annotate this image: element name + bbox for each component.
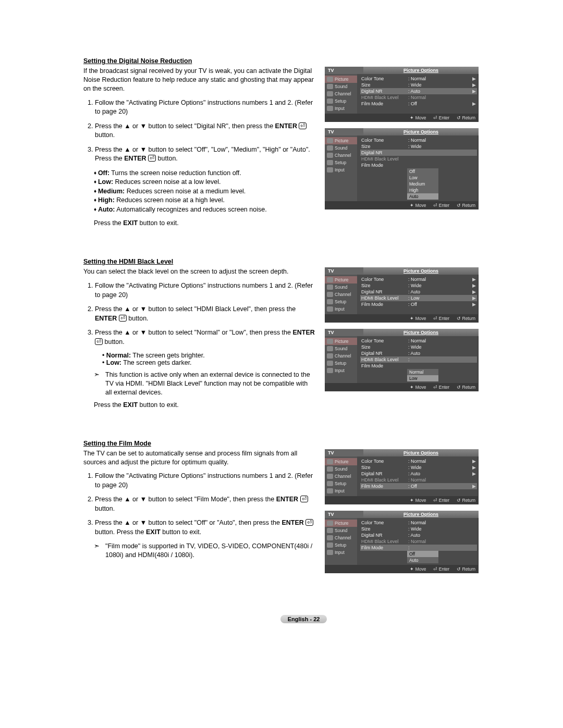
osd-dropdown: OffAuto: [407, 551, 438, 563]
osd-category-input: Input: [325, 367, 357, 374]
step-list: Follow the "Activating Picture Options" …: [83, 98, 315, 164]
section: Setting the Digital Noise Reduction If t…: [83, 57, 524, 227]
osd-screenshot: TV Picture Options PictureSoundChannelSe…: [325, 511, 479, 573]
osd-category-setup: Setup: [325, 541, 357, 549]
step-item: Press the ▲ or ▼ button to select "Off",…: [95, 145, 315, 164]
osd-settings-list: Color Tone: Normal▶ Size: Wide▶ Digital …: [357, 74, 479, 114]
section-title: Setting the Film Mode: [83, 440, 524, 447]
section-intro: You can select the black level on the sc…: [83, 267, 315, 276]
exit-instruction: Press the EXIT button to exit.: [94, 401, 315, 409]
osd-category-channel: Channel: [325, 534, 357, 541]
osd-option: Medium: [407, 181, 438, 187]
osd-tv-label: TV: [325, 449, 363, 456]
osd-screenshot: TV Picture Options PictureSoundChannelSe…: [325, 67, 479, 122]
osd-title: Picture Options: [363, 329, 479, 336]
section-title: Setting the HDMI Black Level: [83, 258, 524, 265]
osd-option: Auto: [407, 193, 438, 200]
option-item: Auto: Automatically recognizes and reduc…: [94, 205, 315, 215]
osd-footer: ✦ Move⏎ Enter↺ Return: [325, 383, 479, 391]
osd-category-picture: Picture: [325, 520, 357, 527]
osd-row: Color Tone: Normal: [360, 520, 477, 526]
osd-title: Picture Options: [363, 267, 479, 275]
osd-screenshot: TV Picture Options PictureSoundChannelSe…: [325, 449, 479, 504]
osd-settings-list: Color Tone: Normal Size: Wide Digital NR…: [357, 518, 479, 565]
option-item: • Normal: The screen gets brighter.: [102, 352, 315, 359]
section: Setting the Film Mode The TV can be set …: [83, 440, 524, 573]
osd-footer: ✦ Move⏎ Enter↺ Return: [325, 314, 479, 323]
osd-row: HDMI Black Level:: [360, 356, 477, 363]
osd-dropdown: OffLowMediumHighAuto: [407, 168, 438, 200]
option-item: Medium: Reduces screen noise at a medium…: [94, 187, 315, 196]
osd-settings-list: Color Tone: Normal▶ Size: Wide▶ Digital …: [357, 275, 479, 314]
osd-title: Picture Options: [363, 67, 479, 74]
osd-option: Low: [407, 175, 438, 181]
figure-column: TV Picture Options PictureSoundChannelSe…: [325, 67, 479, 227]
section-title: Setting the Digital Noise Reduction: [83, 57, 524, 65]
osd-category-picture: Picture: [325, 458, 357, 465]
osd-tv-label: TV: [325, 511, 363, 518]
osd-row: Color Tone: Normal▶: [360, 76, 477, 82]
osd-category-channel: Channel: [325, 152, 357, 159]
osd-category-list: PictureSoundChannelSetupInput: [325, 336, 357, 383]
osd-category-sound: Sound: [325, 283, 357, 291]
osd-category-list: PictureSoundChannelSetupInput: [325, 74, 357, 114]
figure-column: TV Picture Options PictureSoundChannelSe…: [325, 267, 479, 409]
osd-category-sound: Sound: [325, 465, 357, 473]
osd-category-channel: Channel: [325, 352, 357, 360]
osd-category-setup: Setup: [325, 97, 357, 105]
option-item: Low: Reduces screen noise at a low level…: [94, 178, 315, 187]
osd-row: Color Tone: Normal▶: [360, 276, 477, 282]
osd-category-list: PictureSoundChannelSetupInput: [325, 135, 357, 201]
osd-option: High: [407, 187, 438, 193]
osd-settings-list: Color Tone: Normal Size: Wide Digital NR…: [357, 336, 479, 383]
osd-option: Auto: [407, 557, 438, 563]
osd-category-input: Input: [325, 487, 357, 495]
step-item: Press the ▲ or ▼ button to select "Norma…: [95, 328, 315, 347]
osd-row: Size: Wide: [360, 344, 477, 350]
osd-title: Picture Options: [363, 449, 479, 456]
osd-row: Size: Wide▶: [360, 464, 477, 471]
osd-option: Normal: [407, 369, 438, 375]
osd-category-sound: Sound: [325, 83, 357, 90]
osd-footer: ✦ Move⏎ Enter↺ Return: [325, 565, 479, 573]
osd-category-channel: Channel: [325, 90, 357, 97]
osd-screenshot: TV Picture Options PictureSoundChannelSe…: [325, 329, 479, 391]
osd-row: Film Mode: Off▶: [360, 301, 477, 307]
page-footer: English - 22: [83, 615, 524, 623]
step-item: Press the ▲ or ▼ button to select "HDMI …: [95, 305, 315, 323]
section-intro: If the broadcast signal received by your…: [83, 67, 315, 93]
osd-category-setup: Setup: [325, 298, 357, 305]
note: "Film mode" is supported in TV, VIDEO, S…: [94, 542, 315, 560]
osd-settings-list: Color Tone: Normal Size: Wide Digital NR…: [357, 135, 479, 201]
osd-settings-list: Color Tone: Normal▶ Size: Wide▶ Digital …: [357, 456, 479, 496]
osd-row: Digital NR: Auto▶: [360, 88, 477, 94]
option-list: Off: Turns the screen noise reduction fu…: [94, 169, 315, 215]
osd-category-list: PictureSoundChannelSetupInput: [325, 275, 357, 314]
osd-category-channel: Channel: [325, 291, 357, 298]
osd-row: Color Tone: Normal: [360, 137, 477, 143]
option-item: • Low: The screen gets darker.: [102, 359, 315, 366]
osd-dropdown: NormalLow: [407, 369, 438, 381]
osd-category-setup: Setup: [325, 480, 357, 487]
section: Setting the HDMI Black Level You can sel…: [83, 258, 524, 409]
osd-tv-label: TV: [325, 267, 363, 275]
osd-title: Picture Options: [363, 511, 479, 518]
osd-footer: ✦ Move⏎ Enter↺ Return: [325, 496, 479, 504]
osd-row: HDMI Black Level: [360, 156, 477, 162]
osd-screenshot: TV Picture Options PictureSoundChannelSe…: [325, 267, 479, 323]
osd-category-channel: Channel: [325, 473, 357, 480]
osd-row: Size: Wide▶: [360, 282, 477, 289]
osd-tv-label: TV: [325, 329, 363, 336]
osd-screenshot: TV Picture Options PictureSoundChannelSe…: [325, 128, 479, 209]
osd-row: Digital NR: Auto▶: [360, 289, 477, 295]
osd-tv-label: TV: [325, 128, 363, 135]
osd-option: Low: [407, 375, 438, 381]
osd-row: Film Mode: [360, 162, 477, 168]
exit-instruction: Press the EXIT button to exit.: [94, 219, 315, 227]
osd-footer: ✦ Move⏎ Enter↺ Return: [325, 201, 479, 209]
osd-row: Film Mode:: [360, 545, 477, 551]
osd-row: Color Tone: Normal: [360, 338, 477, 344]
osd-option: Off: [407, 551, 438, 557]
osd-category-list: PictureSoundChannelSetupInput: [325, 518, 357, 565]
osd-category-picture: Picture: [325, 276, 357, 283]
